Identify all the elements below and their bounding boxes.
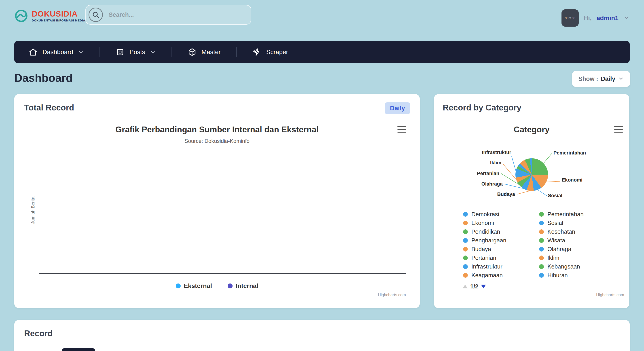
legend-item-pertanian[interactable]: Pertanian (463, 254, 539, 261)
legend-label: Infrastruktur (471, 263, 502, 270)
legend-marker (228, 284, 232, 288)
legend-item-eksternal[interactable]: Eksternal (176, 282, 212, 290)
record-card: Record (14, 320, 630, 351)
legend-item-keagamaan[interactable]: Keagamaan (463, 272, 539, 278)
chevron-down-icon (150, 49, 156, 55)
legend-label: Ekonomi (471, 220, 494, 226)
show-filter-label: Show : (578, 76, 598, 82)
pie-label-pemerintahan: Pemerintahan (554, 150, 586, 156)
user-name[interactable]: admin1 (596, 14, 618, 22)
nav-item-dashboard[interactable]: Dashboard (28, 48, 84, 56)
legend-page-indicator: 1/2 (470, 283, 478, 290)
show-filter-button[interactable]: Show : Daily (572, 71, 630, 87)
logo[interactable]: DOKUSIDIA DOKUMENTASI INFORMASI MEDIA (14, 9, 85, 23)
legend-label: Olahraga (548, 246, 571, 253)
pie-label-pertanian: Pertanian (477, 170, 499, 176)
legend-label: Hiburan (548, 272, 568, 279)
legend-item-penghargaan[interactable]: Penghargaan (463, 237, 539, 244)
logo-subtitle: DOKUMENTASI INFORMASI MEDIA (32, 19, 85, 22)
legend-marker (539, 273, 544, 278)
nav-item-scraper[interactable]: Scraper (252, 48, 288, 56)
chart-context-menu-button[interactable] (614, 126, 624, 133)
legend-label: Pertanian (471, 254, 496, 261)
legend-item-kebangsaan[interactable]: Kebangsaan (539, 263, 615, 270)
legend-label: Penghargaan (471, 237, 506, 244)
category-legend: DemokrasiEkonomiPendidikanPenghargaanBud… (463, 211, 615, 280)
legend-marker (539, 230, 544, 234)
legend-marker (463, 256, 468, 260)
legend-marker (176, 284, 181, 288)
chart-title: Grafik Perbandingan Sumber Internal dan … (14, 125, 420, 134)
legend-item-iklim[interactable]: Iklim (539, 254, 615, 261)
brand-logo-icon (14, 9, 28, 23)
legend-column: DemokrasiEkonomiPendidikanPenghargaanBud… (463, 211, 539, 280)
chevron-down-icon[interactable] (624, 14, 630, 22)
legend-item-sosial[interactable]: Sosial (539, 220, 615, 226)
highcharts-credit-link[interactable]: Highcharts.com (596, 293, 624, 297)
pie-label-olahraga: Olahraga (482, 181, 503, 187)
legend-item-pemerintahan[interactable]: Pemerintahan (539, 211, 615, 218)
pie-label-ekonomi: Ekonomi (562, 177, 582, 183)
dashboard-page: DOKUSIDIA DOKUMENTASI INFORMASI MEDIA 90… (0, 0, 644, 351)
chart-title: Category (434, 125, 629, 134)
avatar[interactable]: 90 x 90 (562, 10, 579, 26)
legend-marker (539, 264, 544, 269)
legend-marker (463, 264, 468, 269)
daily-badge: Daily (384, 102, 410, 114)
record-partial-button[interactable] (62, 348, 95, 351)
legend-label: Sosial (548, 220, 563, 226)
highcharts-credit-link[interactable]: Highcharts.com (378, 293, 406, 297)
legend-item-olahraga[interactable]: Olahraga (539, 246, 615, 252)
legend-item-kesehatan[interactable]: Kesehatan (539, 228, 615, 235)
legend-item-internal[interactable]: Internal (228, 282, 258, 290)
show-filter-value: Daily (601, 76, 616, 82)
legend-label: Eksternal (184, 282, 212, 290)
nav-divider (236, 47, 237, 57)
nav-item-posts[interactable]: Posts (116, 48, 156, 56)
legend-marker (539, 238, 544, 243)
cube-icon (188, 48, 196, 56)
nav-item-label: Posts (130, 48, 145, 56)
legend-item-hiburan[interactable]: Hiburan (539, 272, 615, 278)
logo-title: DOKUSIDIA (32, 10, 85, 18)
nav-item-label: Master (202, 48, 221, 56)
legend-label: Internal (236, 282, 258, 290)
chart-context-menu-button[interactable] (397, 126, 407, 133)
legend-item-infrastruktur[interactable]: Infrastruktur (463, 263, 539, 270)
legend-marker (463, 247, 468, 252)
legend-label: Demokrasi (471, 211, 499, 218)
legend-marker (539, 221, 544, 225)
legend-item-budaya[interactable]: Budaya (463, 246, 539, 252)
legend-item-pendidikan[interactable]: Pendidikan (463, 228, 539, 235)
legend-label: Kesehatan (548, 228, 575, 235)
chart-legend: EksternalInternal (14, 282, 420, 290)
card-title: Record (24, 329, 52, 338)
user-menu[interactable]: 90 x 90 Hi, admin1 (562, 10, 630, 26)
chevron-down-icon (78, 49, 84, 55)
legend-pagination: 1/2 (463, 283, 486, 290)
legend-label: Budaya (471, 246, 491, 253)
legend-label: Iklim (548, 254, 559, 261)
legend-marker (463, 230, 468, 234)
nav-item-master[interactable]: Master (188, 48, 221, 56)
home-icon (28, 48, 38, 56)
legend-item-wisata[interactable]: Wisata (539, 237, 615, 244)
legend-item-ekonomi[interactable]: Ekonomi (463, 220, 539, 226)
nav-item-label: Dashboard (42, 48, 73, 56)
legend-page-up-icon[interactable] (463, 284, 468, 288)
search-bar[interactable] (86, 5, 251, 24)
total-record-card: Total Record Daily Grafik Perbandingan S… (14, 94, 420, 308)
legend-label: Keagamaan (471, 272, 503, 279)
legend-marker (463, 221, 468, 225)
legend-item-demokrasi[interactable]: Demokrasi (463, 211, 539, 218)
logo-text: DOKUSIDIA DOKUMENTASI INFORMASI MEDIA (32, 10, 85, 22)
category-pie-chart[interactable] (516, 158, 548, 191)
search-input[interactable] (109, 8, 251, 22)
chip-icon (116, 48, 124, 56)
card-title: Record by Category (443, 103, 522, 112)
x-axis-line (39, 273, 406, 274)
legend-marker (463, 273, 468, 278)
legend-marker (463, 238, 468, 243)
legend-marker (463, 212, 468, 217)
legend-page-down-icon[interactable] (481, 284, 486, 288)
